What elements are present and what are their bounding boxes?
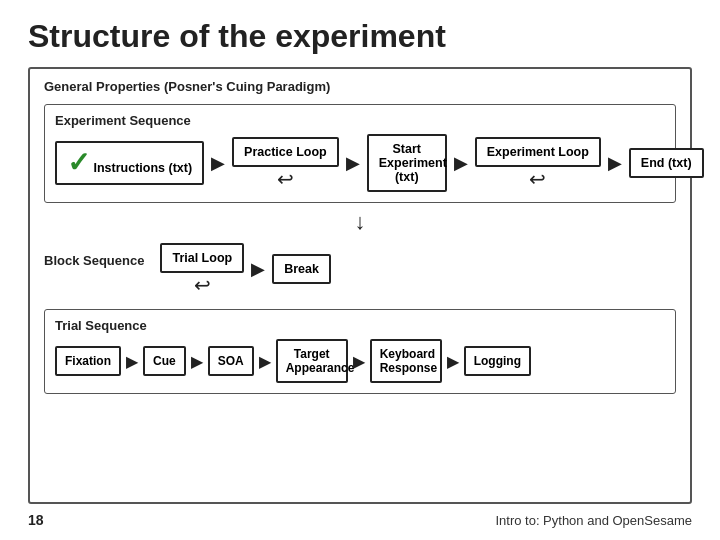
break-label: Break bbox=[284, 262, 319, 276]
fixation-label: Fixation bbox=[65, 354, 111, 368]
block-sequence-area: Trial Loop ↩ ▶ Break bbox=[160, 243, 676, 295]
target-label: TargetAppearance bbox=[286, 347, 355, 375]
exp-loop-label: Experiment Loop bbox=[487, 145, 589, 159]
experiment-sequence-box: Experiment Sequence ✓ Instructions (txt)… bbox=[44, 104, 676, 203]
seq-item-break: Break bbox=[272, 254, 331, 284]
break-box: Break bbox=[272, 254, 331, 284]
seq-item-exp-loop: Experiment Loop ↩ bbox=[475, 137, 601, 189]
check-icon: ✓ bbox=[67, 147, 90, 178]
start-exp-box: Start Experiment(txt) bbox=[367, 134, 447, 192]
soa-label: SOA bbox=[218, 354, 244, 368]
trial-arrow-4: ▶ bbox=[348, 352, 370, 371]
experiment-sequence-row: ✓ Instructions (txt) ▶ Practice Loop ↩ ▶ bbox=[55, 134, 665, 192]
trial-arrow-1: ▶ bbox=[121, 352, 143, 371]
arrow-3: ▶ bbox=[447, 152, 475, 174]
cue-box: Cue bbox=[143, 346, 186, 376]
footer: 18 Intro to: Python and OpenSesame bbox=[28, 510, 692, 528]
trial-arrow-2: ▶ bbox=[186, 352, 208, 371]
end-box: End (txt) bbox=[629, 148, 704, 178]
cue-label: Cue bbox=[153, 354, 176, 368]
logging-label: Logging bbox=[474, 354, 521, 368]
practice-loop-arrow: ↩ bbox=[277, 169, 294, 189]
seq-item-start: Start Experiment(txt) bbox=[367, 134, 447, 192]
instructions-box: ✓ Instructions (txt) bbox=[55, 141, 204, 185]
seq-item-end: End (txt) bbox=[629, 148, 704, 178]
seq-item-trial-loop: Trial Loop ↩ bbox=[160, 243, 244, 295]
keyboard-box: KeyboardResponse bbox=[370, 339, 442, 383]
start-exp-label: Start Experiment(txt) bbox=[379, 142, 447, 184]
outer-label: General Properties (Posner's Cuing Parad… bbox=[44, 79, 676, 94]
practice-loop-box: Practice Loop bbox=[232, 137, 339, 167]
exp-loop-arrow: ↩ bbox=[529, 169, 546, 189]
block-arrow-1: ▶ bbox=[244, 258, 272, 280]
seq-to-block-arrow: ↓ bbox=[44, 211, 676, 233]
footer-number: 18 bbox=[28, 512, 44, 528]
trial-arrow-3: ▶ bbox=[254, 352, 276, 371]
seq-item-instructions: ✓ Instructions (txt) bbox=[55, 141, 204, 185]
arrow-4: ▶ bbox=[601, 152, 629, 174]
trial-loop-label: Trial Loop bbox=[172, 251, 232, 265]
page: Structure of the experiment General Prop… bbox=[0, 0, 720, 540]
fixation-box: Fixation bbox=[55, 346, 121, 376]
experiment-sequence-label: Experiment Sequence bbox=[55, 113, 665, 128]
target-box: TargetAppearance bbox=[276, 339, 348, 383]
block-sequence-label: Block Sequence bbox=[44, 243, 144, 268]
arrow-2: ▶ bbox=[339, 152, 367, 174]
outer-box: General Properties (Posner's Cuing Parad… bbox=[28, 67, 692, 504]
instructions-label: Instructions (txt) bbox=[93, 161, 192, 175]
practice-loop-label: Practice Loop bbox=[244, 145, 327, 159]
block-sequence-row: Trial Loop ↩ ▶ Break bbox=[160, 243, 330, 295]
exp-loop-box: Experiment Loop bbox=[475, 137, 601, 167]
logging-box: Logging bbox=[464, 346, 531, 376]
keyboard-label: KeyboardResponse bbox=[380, 347, 437, 375]
trial-sequence-label: Trial Sequence bbox=[55, 318, 665, 333]
soa-box: SOA bbox=[208, 346, 254, 376]
trial-loop-box: Trial Loop bbox=[160, 243, 244, 273]
trial-arrow-5: ▶ bbox=[442, 352, 464, 371]
trial-sequence-row: Fixation ▶ Cue ▶ SOA ▶ TargetAppearance … bbox=[55, 339, 665, 383]
trial-sequence-box: Trial Sequence Fixation ▶ Cue ▶ SOA ▶ Ta… bbox=[44, 309, 676, 394]
page-title: Structure of the experiment bbox=[28, 18, 692, 55]
trial-loop-arrow: ↩ bbox=[194, 275, 211, 295]
footer-text: Intro to: Python and OpenSesame bbox=[495, 513, 692, 528]
arrow-1: ▶ bbox=[204, 152, 232, 174]
end-label: End (txt) bbox=[641, 156, 692, 170]
seq-item-practice: Practice Loop ↩ bbox=[232, 137, 339, 189]
